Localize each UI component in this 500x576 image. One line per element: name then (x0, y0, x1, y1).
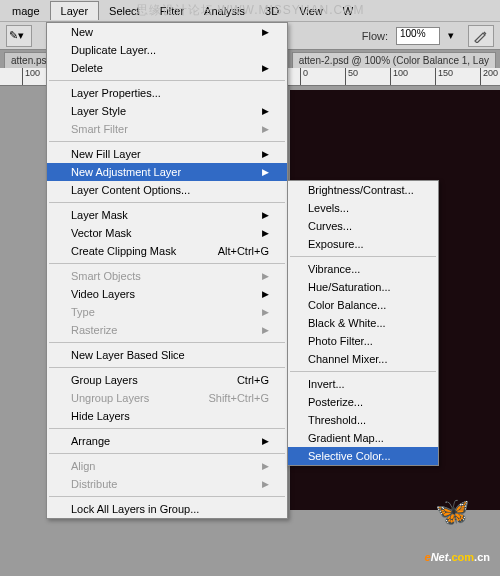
adjustment-submenu-item[interactable]: Channel Mixer... (288, 350, 438, 368)
adjustment-submenu-item[interactable]: Posterize... (288, 393, 438, 411)
menu-item-label: Arrange (71, 435, 110, 447)
adjustment-submenu-separator (290, 256, 436, 257)
layer-menu-separator (49, 263, 285, 264)
tool-icon-button[interactable]: ✎▾ (6, 25, 32, 47)
menu-item-label: Photo Filter... (308, 335, 373, 347)
layer-menu: New▶Duplicate Layer...Delete▶Layer Prope… (46, 22, 288, 519)
menu-item-label: Video Layers (71, 288, 135, 300)
adjustment-submenu-item[interactable]: Brightness/Contrast... (288, 181, 438, 199)
adjustment-submenu-item[interactable]: Color Balance... (288, 296, 438, 314)
layer-menu-item[interactable]: Layer Mask▶ (47, 206, 287, 224)
document-tab-active[interactable]: atten-2.psd @ 100% (Color Balance 1, Lay (292, 52, 496, 68)
menu-item-label: New Fill Layer (71, 148, 141, 160)
submenu-arrow-icon: ▶ (262, 307, 269, 317)
menu-item-label: Exposure... (308, 238, 364, 250)
menu-item-label: Black & White... (308, 317, 386, 329)
layer-menu-separator (49, 80, 285, 81)
menu-item-label: Smart Objects (71, 270, 141, 282)
menu-item-label: Gradient Map... (308, 432, 384, 444)
layer-menu-item: Align▶ (47, 457, 287, 475)
menubar-item-mage[interactable]: mage (2, 2, 50, 20)
submenu-arrow-icon: ▶ (262, 124, 269, 134)
layer-menu-separator (49, 342, 285, 343)
layer-menu-item[interactable]: New▶ (47, 23, 287, 41)
menu-item-label: Ungroup Layers (71, 392, 149, 404)
layer-menu-item[interactable]: Group LayersCtrl+G (47, 371, 287, 389)
layer-menu-item[interactable]: Vector Mask▶ (47, 224, 287, 242)
layer-menu-item: Distribute▶ (47, 475, 287, 493)
menu-item-label: Layer Style (71, 105, 126, 117)
menu-item-label: New Layer Based Slice (71, 349, 185, 361)
layer-menu-item[interactable]: Lock All Layers in Group... (47, 500, 287, 518)
submenu-arrow-icon: ▶ (262, 436, 269, 446)
menu-item-label: Type (71, 306, 95, 318)
flow-input[interactable]: 100% (396, 27, 440, 45)
menu-item-label: Duplicate Layer... (71, 44, 156, 56)
ruler-tick: 200 (480, 68, 498, 86)
menu-item-label: Lock All Layers in Group... (71, 503, 199, 515)
adjustment-submenu-item[interactable]: Vibrance... (288, 260, 438, 278)
adjustment-submenu-item[interactable]: Levels... (288, 199, 438, 217)
adjustment-submenu-item[interactable]: Photo Filter... (288, 332, 438, 350)
menu-item-label: Posterize... (308, 396, 363, 408)
adjustment-submenu-item[interactable]: Exposure... (288, 235, 438, 253)
layer-menu-item: Rasterize▶ (47, 321, 287, 339)
new-adjustment-layer-submenu: Brightness/Contrast...Levels...Curves...… (287, 180, 439, 466)
butterfly-icon: 🦋 (435, 495, 470, 528)
ruler-tick: 100 (22, 68, 40, 86)
layer-menu-separator (49, 367, 285, 368)
adjustment-submenu-item[interactable]: Black & White... (288, 314, 438, 332)
layer-menu-item[interactable]: New Layer Based Slice (47, 346, 287, 364)
layer-menu-item: Ungroup LayersShift+Ctrl+G (47, 389, 287, 407)
menu-item-label: Brightness/Contrast... (308, 184, 414, 196)
menu-item-label: Rasterize (71, 324, 117, 336)
layer-menu-item[interactable]: New Adjustment Layer▶ (47, 163, 287, 181)
layer-menu-item[interactable]: Hide Layers (47, 407, 287, 425)
ruler-tick: 0 (300, 68, 308, 86)
layer-menu-item[interactable]: Delete▶ (47, 59, 287, 77)
layer-menu-item[interactable]: Duplicate Layer... (47, 41, 287, 59)
airbrush-icon-button[interactable] (468, 25, 494, 47)
menu-item-shortcut: Shift+Ctrl+G (208, 392, 269, 404)
submenu-arrow-icon: ▶ (262, 271, 269, 281)
adjustment-submenu-item[interactable]: Invert... (288, 375, 438, 393)
menu-item-label: Group Layers (71, 374, 138, 386)
submenu-arrow-icon: ▶ (262, 167, 269, 177)
adjustment-submenu-item[interactable]: Selective Color... (288, 447, 438, 465)
menu-item-label: Layer Properties... (71, 87, 161, 99)
ruler-tick: 100 (390, 68, 408, 86)
layer-menu-item[interactable]: Create Clipping MaskAlt+Ctrl+G (47, 242, 287, 260)
menu-item-label: Smart Filter (71, 123, 128, 135)
layer-menu-item[interactable]: New Fill Layer▶ (47, 145, 287, 163)
menu-item-label: Hue/Saturation... (308, 281, 391, 293)
adjustment-submenu-item[interactable]: Curves... (288, 217, 438, 235)
submenu-arrow-icon: ▶ (262, 27, 269, 37)
layer-menu-separator (49, 496, 285, 497)
menu-item-label: Hide Layers (71, 410, 130, 422)
chevron-down-icon[interactable]: ▾ (448, 29, 460, 42)
layer-menu-item[interactable]: Layer Content Options... (47, 181, 287, 199)
watermark-text: 思缘设计论坛 WWW.MISSYUAN.COM (136, 2, 365, 19)
ruler-tick: 150 (435, 68, 453, 86)
submenu-arrow-icon: ▶ (262, 479, 269, 489)
menu-item-label: New (71, 26, 93, 38)
menu-item-label: New Adjustment Layer (71, 166, 181, 178)
adjustment-submenu-item[interactable]: Gradient Map... (288, 429, 438, 447)
menu-item-label: Channel Mixer... (308, 353, 387, 365)
menu-item-shortcut: Alt+Ctrl+G (218, 245, 269, 257)
submenu-arrow-icon: ▶ (262, 289, 269, 299)
submenu-arrow-icon: ▶ (262, 228, 269, 238)
layer-menu-item[interactable]: Layer Properties... (47, 84, 287, 102)
adjustment-submenu-item[interactable]: Threshold... (288, 411, 438, 429)
adjustment-submenu-item[interactable]: Hue/Saturation... (288, 278, 438, 296)
menu-item-label: Threshold... (308, 414, 366, 426)
layer-menu-item[interactable]: Layer Style▶ (47, 102, 287, 120)
submenu-arrow-icon: ▶ (262, 461, 269, 471)
menu-item-label: Align (71, 460, 95, 472)
layer-menu-item[interactable]: Arrange▶ (47, 432, 287, 450)
layer-menu-item[interactable]: Video Layers▶ (47, 285, 287, 303)
submenu-arrow-icon: ▶ (262, 63, 269, 73)
layer-menu-separator (49, 141, 285, 142)
menubar-item-layer[interactable]: Layer (50, 1, 100, 20)
flow-label: Flow: (362, 30, 388, 42)
